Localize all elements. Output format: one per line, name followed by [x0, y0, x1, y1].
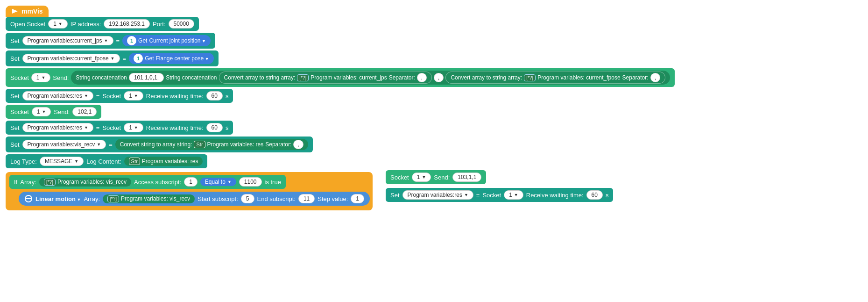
if-block: If Array: [*?] Program variables: vis_re…: [9, 175, 286, 189]
convert-2-pill: Convert array to string array: [*?] Prog…: [445, 72, 665, 84]
right-side-blocks: Socket 1 Send: 103,1,1 Set Program varia…: [386, 170, 613, 204]
sep-val-vr[interactable]: ,: [293, 140, 303, 149]
compare-value[interactable]: 1100: [239, 177, 262, 187]
array-badge-if: [*?]: [44, 179, 56, 186]
res-var-1-dropdown[interactable]: Program variables:res: [22, 91, 93, 101]
sep-val-1[interactable]: ,: [417, 73, 427, 82]
socket-label-2: Socket: [10, 108, 29, 115]
s-label-r1: s: [226, 93, 229, 100]
sep-label-vr: Separator:: [265, 141, 291, 148]
step-label: Step value:: [318, 195, 348, 202]
set-jps-block: Set Program variables:current_jps = 1 Ge…: [6, 33, 215, 49]
array-pill-if: [*?] Program variables: vis_recv: [39, 178, 131, 187]
subscript-val[interactable]: 1: [184, 177, 198, 187]
sep-label-2: Separator:: [622, 74, 649, 81]
eq-r3: =: [476, 192, 480, 199]
arrow-right-icon: [11, 7, 19, 15]
set-label-r2: Set: [10, 124, 20, 131]
vis-recv-var-dropdown[interactable]: Program variables:vis_recv: [22, 140, 106, 149]
set-res-3-block: Set Program variables:res = Socket 1 Rec…: [386, 188, 613, 202]
socket-label-r1: Socket: [102, 93, 121, 100]
socket-send-2-row: Socket 1 Send: 102,1: [6, 105, 862, 119]
convert-str-pill: Convert string to array string: Str Prog…: [115, 139, 308, 150]
get-label-2: Get: [145, 55, 154, 62]
end-val[interactable]: 11: [298, 194, 315, 203]
linear-motion-block: Linear motion Array: [*?] Program variab…: [19, 192, 370, 206]
open-socket-block: Open Socket 1 IP address: 192.168.253.1 …: [6, 17, 199, 31]
socket-send-1-row: Socket 1 Send: String concatenation 101,…: [6, 68, 862, 87]
set-label-1: Set: [10, 37, 20, 44]
socket-num-2[interactable]: 1: [32, 107, 51, 116]
get-fpose-pill[interactable]: 1 Get Flange center pose: [129, 53, 214, 64]
convert-1-pill: Convert array to string array: [*?] Prog…: [219, 72, 432, 84]
receive-label-r3: Receive waiting time:: [526, 192, 584, 199]
eq-vr: =: [109, 141, 113, 148]
set-vis-recv-block: Set Program variables:vis_recv = Convert…: [6, 137, 313, 152]
svg-marker-0: [12, 9, 18, 14]
linear-motion-row: Linear motion Array: [*?] Program variab…: [19, 192, 370, 206]
main-wrapper: mmVis Open Socket 1 IP address: 192.168.…: [4, 4, 864, 212]
res-var-2-dropdown[interactable]: Program variables:res: [22, 123, 93, 132]
sep-val-3[interactable]: ,: [650, 73, 660, 82]
fpose-data-dropdown[interactable]: Flange center pose: [155, 55, 209, 62]
linear-motion-label[interactable]: Linear motion: [35, 195, 81, 202]
is-true-label: is true: [265, 179, 281, 186]
convert-1-label: Convert array to string array:: [224, 74, 296, 81]
socket-num-dropdown[interactable]: 1: [48, 19, 68, 29]
set-res-1-block: Set Program variables:res = Socket 1 Rec…: [6, 89, 233, 103]
socket-send-3-block: Socket 1 Send: 103,1,1: [386, 170, 486, 184]
socket-num-r3[interactable]: 1: [504, 190, 523, 200]
str-badge-vr: Str: [194, 141, 205, 148]
socket-num-r2[interactable]: 1: [124, 123, 143, 132]
set-res-2-block: Set Program variables:res = Socket 1 Rec…: [6, 121, 233, 135]
convert-2-label: Convert array to string array:: [451, 74, 522, 81]
str-concat-1: String concatenation 101,1,0,1, String c…: [71, 71, 670, 85]
badge-1: 1: [127, 36, 136, 45]
time-val-r3[interactable]: 60: [586, 190, 603, 200]
socket-send-3-row: Socket 1 Send: 103,1,1: [386, 170, 613, 184]
set-res-2-row: Set Program variables:res = Socket 1 Rec…: [6, 121, 862, 135]
get-label-1: Get: [138, 37, 147, 44]
jps-var-dropdown[interactable]: Program variables:current_jps: [22, 36, 113, 45]
start-val[interactable]: 5: [241, 194, 254, 203]
fpose-var-dropdown[interactable]: Program variables:current_fpose: [22, 54, 120, 63]
set-res-3-row: Set Program variables:res = Socket 1 Rec…: [386, 188, 613, 202]
value-101[interactable]: 101,1,0,1,: [129, 73, 164, 82]
s-label-r3: s: [606, 192, 609, 199]
if-label: If: [14, 179, 17, 186]
log-type-dropdown[interactable]: MESSAGE: [40, 157, 84, 166]
if-row: If Array: [*?] Program variables: vis_re…: [9, 175, 370, 189]
jps-data-dropdown[interactable]: Current joint position: [149, 37, 205, 44]
sep-val-2[interactable]: ,: [434, 73, 444, 82]
log-var: Program variables: res: [142, 158, 198, 165]
var-label-lm: Program variables: vis_recv: [121, 195, 190, 202]
eq-r1: =: [96, 93, 100, 100]
send-label-3: Send:: [434, 174, 450, 181]
socket-label-1: Socket: [10, 74, 29, 81]
mmvis-logo[interactable]: mmVis: [6, 6, 49, 17]
port-value[interactable]: 50000: [169, 19, 194, 29]
log-type-label: Log Type:: [10, 158, 37, 165]
linear-motion-icon: [24, 194, 33, 203]
sep-label-1: Separator:: [389, 74, 415, 81]
start-label: Start subscript:: [198, 195, 238, 202]
step-val[interactable]: 1: [351, 194, 364, 203]
orange-if-container: If Array: [*?] Program variables: vis_re…: [6, 172, 373, 210]
socket-num-1[interactable]: 1: [31, 73, 51, 82]
port-label: Port:: [153, 21, 165, 28]
array-badge-2: [*?]: [524, 74, 536, 81]
equal-dropdown[interactable]: Equal to: [200, 178, 236, 186]
send-value-3[interactable]: 103,1,1: [452, 173, 481, 182]
eq-2: =: [123, 55, 127, 62]
send-value-2[interactable]: 102,1: [72, 107, 97, 116]
ip-value[interactable]: 192.168.253.1: [104, 19, 150, 29]
get-jps-pill[interactable]: 1 Get Current joint position: [122, 35, 211, 46]
res-var-3-dropdown[interactable]: Program variables:res: [402, 190, 473, 200]
time-val-r1[interactable]: 60: [206, 91, 223, 101]
bottom-layout: If Array: [*?] Program variables: vis_re…: [6, 170, 862, 210]
str-concat-1-label: String concatenation: [76, 74, 127, 81]
set-fpose-block: Set Program variables:current_fpose = 1 …: [6, 50, 219, 66]
socket-num-r1[interactable]: 1: [124, 91, 143, 101]
time-val-r2[interactable]: 60: [206, 123, 223, 132]
socket-num-3[interactable]: 1: [412, 173, 431, 182]
